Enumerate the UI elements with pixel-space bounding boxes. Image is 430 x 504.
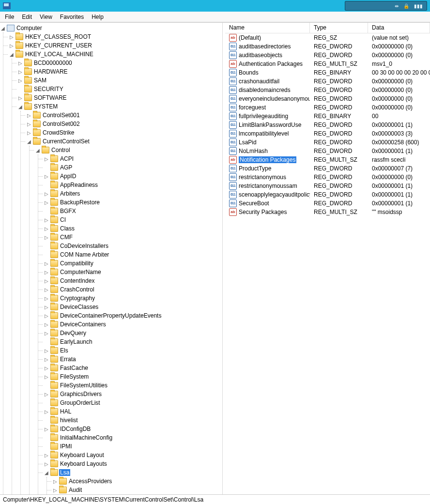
expander-icon[interactable]: ▷ bbox=[17, 95, 23, 101]
expander-icon[interactable]: ▷ bbox=[44, 348, 49, 353]
tree-node[interactable]: ▷ControlSet001 bbox=[26, 111, 222, 120]
list-row[interactable]: LsaPidREG_DWORD0x00000258 (600) bbox=[225, 138, 430, 147]
tree-node[interactable]: ▷HKEY_CURRENT_USER bbox=[9, 41, 222, 50]
expander-icon[interactable]: ▷ bbox=[44, 461, 49, 467]
tree-pane[interactable]: ◢Computer▷HKEY_CLASSES_ROOT▷HKEY_CURRENT… bbox=[0, 23, 223, 494]
tree-node[interactable]: ◢Lsa bbox=[44, 468, 222, 477]
tree-node[interactable]: AppReadiness bbox=[44, 181, 222, 189]
expander-icon[interactable]: ▷ bbox=[44, 409, 49, 414]
tree-node[interactable]: ▷GraphicsDrivers bbox=[44, 390, 222, 398]
expander-icon[interactable]: ◢ bbox=[35, 147, 41, 153]
tree-node[interactable]: ▷CrowdStrike bbox=[26, 128, 222, 137]
expander-icon[interactable]: ▷ bbox=[44, 278, 49, 284]
expander-icon[interactable]: ▷ bbox=[44, 260, 49, 266]
titlebar-controls[interactable]: ⇹ 🔒 ▮▮▮ bbox=[345, 1, 427, 11]
list-row[interactable]: SecureBootREG_DWORD0x00000001 (1) bbox=[225, 199, 430, 208]
list-row[interactable]: ProductTypeREG_DWORD0x00000007 (7) bbox=[225, 164, 430, 173]
pin-icon[interactable]: ⇹ bbox=[395, 3, 399, 9]
tree-node[interactable]: ▷SOFTWARE bbox=[17, 93, 222, 102]
expander-icon[interactable]: ▷ bbox=[44, 199, 49, 205]
expander-icon[interactable]: ▷ bbox=[44, 426, 49, 432]
menu-edit[interactable]: Edit bbox=[22, 14, 32, 20]
tree-node[interactable]: ▷AppID bbox=[44, 172, 222, 181]
tree-node[interactable]: ▷Errata bbox=[44, 355, 222, 364]
expander-icon[interactable]: ▷ bbox=[44, 304, 49, 310]
expander-icon[interactable]: ◢ bbox=[44, 470, 49, 475]
expander-icon[interactable]: ▷ bbox=[44, 173, 49, 179]
expander-icon[interactable]: ▷ bbox=[44, 191, 49, 197]
tree-node[interactable]: ▷Keyboard Layout bbox=[44, 451, 222, 459]
expander-icon[interactable]: ▷ bbox=[44, 295, 49, 301]
tree-node[interactable]: BGFX bbox=[44, 207, 222, 215]
tree-node[interactable]: ▷HARDWARE bbox=[17, 67, 222, 76]
expander-icon[interactable]: ▷ bbox=[44, 217, 49, 223]
tree-node[interactable]: ▷CrashControl bbox=[44, 285, 222, 294]
list-row[interactable]: lmcompatibilitylevelREG_DWORD0x00000003 … bbox=[225, 129, 430, 138]
tree-node[interactable]: InitialMachineConfig bbox=[44, 433, 222, 442]
list-body[interactable]: (Default)REG_SZ(value not set)auditbased… bbox=[225, 33, 430, 494]
list-row[interactable]: (Default)REG_SZ(value not set) bbox=[225, 33, 430, 42]
tree-node[interactable]: ▷IDConfigDB bbox=[44, 425, 222, 433]
tree-node[interactable]: ▷Compatibility bbox=[44, 259, 222, 268]
tree-node[interactable]: ▷Cryptography bbox=[44, 294, 222, 303]
list-row[interactable]: everyoneincludesanonymousREG_DWORD0x0000… bbox=[225, 94, 430, 103]
col-header-type[interactable]: Type bbox=[310, 23, 368, 33]
list-row[interactable]: auditbaseobjectsREG_DWORD0x00000000 (0) bbox=[225, 51, 430, 60]
tree-node[interactable]: AGP bbox=[44, 163, 222, 172]
expander-icon[interactable]: ▷ bbox=[44, 226, 49, 231]
tree-node[interactable]: ▷BCD00000000 bbox=[17, 59, 222, 67]
tree-node[interactable]: ▷SAM bbox=[17, 76, 222, 85]
tree-node[interactable]: CoDeviceInstallers bbox=[44, 242, 222, 250]
list-row[interactable]: forceguestREG_DWORD0x00000000 (0) bbox=[225, 103, 430, 112]
list-row[interactable]: Security PackagesREG_MULTI_SZ"" msoidssp bbox=[225, 208, 430, 216]
list-row[interactable]: auditbasedirectoriesREG_DWORD0x00000000 … bbox=[225, 42, 430, 51]
tree-node[interactable]: ▷Els bbox=[44, 346, 222, 355]
signal-icon[interactable]: ▮▮▮ bbox=[414, 3, 423, 9]
list-row[interactable]: disabledomaincredsREG_DWORD0x00000000 (0… bbox=[225, 86, 430, 94]
tree-node[interactable]: ▷HAL bbox=[44, 407, 222, 416]
tree-node[interactable]: ▷ContentIndex bbox=[44, 276, 222, 285]
expander-icon[interactable]: ▷ bbox=[44, 287, 49, 292]
tree-node[interactable]: ▷DeviceContainerPropertyUpdateEvents bbox=[44, 311, 222, 320]
expander-icon[interactable]: ▷ bbox=[44, 452, 49, 458]
expander-icon[interactable]: ▷ bbox=[44, 269, 49, 275]
expander-icon[interactable]: ▷ bbox=[9, 34, 15, 40]
expander-icon[interactable]: ▷ bbox=[26, 121, 32, 127]
list-row[interactable]: Notification PackagesREG_MULTI_SZrassfm … bbox=[225, 155, 430, 164]
list-row[interactable]: NoLmHashREG_DWORD0x00000001 (1) bbox=[225, 147, 430, 155]
tree-node[interactable]: ▷DevQuery bbox=[44, 329, 222, 337]
expander-icon[interactable]: ▷ bbox=[44, 365, 49, 371]
tree-node[interactable]: COM Name Arbiter bbox=[44, 250, 222, 259]
tree-node[interactable]: hivelist bbox=[44, 416, 222, 425]
tree-node[interactable]: ▷CI bbox=[44, 215, 222, 224]
list-row[interactable]: scenoapplylegacyauditpolicyREG_DWORD0x00… bbox=[225, 190, 430, 199]
tree-node[interactable]: ▷FileSystem bbox=[44, 372, 222, 381]
tree-node[interactable]: ▷AccessProviders bbox=[52, 477, 222, 486]
expander-icon[interactable]: ▷ bbox=[17, 60, 23, 66]
expander-icon[interactable]: ▷ bbox=[44, 156, 49, 162]
tree-node[interactable]: ▷Audit bbox=[52, 486, 222, 494]
expander-icon[interactable]: ◢ bbox=[26, 138, 32, 144]
tree-node[interactable]: ◢CurrentControlSet bbox=[26, 137, 222, 146]
expander-icon[interactable]: ▷ bbox=[52, 487, 58, 493]
tree-node[interactable]: ◢SYSTEM bbox=[17, 102, 222, 111]
menu-view[interactable]: View bbox=[40, 14, 52, 20]
tree-node[interactable]: FileSystemUtilities bbox=[44, 381, 222, 390]
list-row[interactable]: restrictanonymousREG_DWORD0x00000000 (0) bbox=[225, 173, 430, 182]
tree-node[interactable]: GroupOrderList bbox=[44, 398, 222, 407]
expander-icon[interactable]: ▷ bbox=[17, 69, 23, 75]
tree-node[interactable]: ▷DeviceContainers bbox=[44, 320, 222, 329]
tree-node[interactable]: ▷CMF bbox=[44, 233, 222, 242]
list-row[interactable]: fullprivilegeauditingREG_BINARY00 bbox=[225, 112, 430, 121]
expander-icon[interactable]: ▷ bbox=[52, 478, 58, 484]
expander-icon[interactable]: ▷ bbox=[44, 321, 49, 327]
lock-icon[interactable]: 🔒 bbox=[403, 3, 409, 9]
col-header-data[interactable]: Data bbox=[368, 23, 430, 33]
tree-node[interactable]: ▷Keyboard Layouts bbox=[44, 459, 222, 468]
tree-node[interactable]: ▷HKEY_CLASSES_ROOT bbox=[9, 32, 222, 41]
expander-icon[interactable]: ▷ bbox=[44, 313, 49, 319]
expander-icon[interactable]: ▷ bbox=[44, 330, 49, 336]
expander-icon[interactable]: ▷ bbox=[26, 112, 32, 118]
tree-node[interactable]: ▷ComputerName bbox=[44, 268, 222, 276]
menu-help[interactable]: Help bbox=[92, 14, 104, 20]
